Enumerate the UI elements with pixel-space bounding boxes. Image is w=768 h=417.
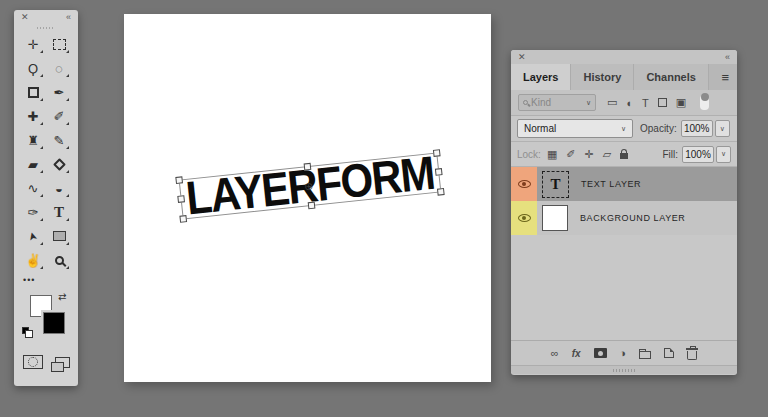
new-layer-icon[interactable] bbox=[664, 348, 674, 358]
panel-resize-gripper[interactable] bbox=[511, 365, 737, 374]
transform-handle-bottom-left[interactable] bbox=[179, 215, 187, 223]
smudge-tool[interactable]: ∿ bbox=[20, 176, 46, 200]
canvas[interactable]: LAYERFORM ⊕ bbox=[124, 14, 491, 382]
delete-layer-icon[interactable] bbox=[687, 351, 697, 360]
filter-shape-layers-icon[interactable] bbox=[658, 98, 667, 107]
adjustment-layer-icon[interactable]: ◑ bbox=[620, 347, 627, 359]
link-layers-icon[interactable]: ∞ bbox=[551, 347, 559, 359]
clone-stamp-icon: ♜ bbox=[27, 133, 39, 148]
paint-bucket-icon bbox=[53, 158, 66, 171]
layer-filter-row: Kind ∨ ▭ ◐ T ▣ bbox=[511, 90, 737, 116]
dodge-tool[interactable]: ◒ bbox=[46, 176, 72, 200]
crop-tool[interactable] bbox=[20, 80, 46, 104]
panel-tabs: Layers History Channels ≡ bbox=[511, 64, 737, 90]
quick-selection-tool[interactable]: ◌ bbox=[46, 56, 72, 80]
layers-panel: ✕ « Layers History Channels ≡ Kind ∨ ▭ ◐… bbox=[511, 50, 737, 375]
opacity-value-field[interactable]: 100% bbox=[681, 120, 713, 137]
marquee-icon bbox=[53, 39, 66, 50]
layer-thumbnail[interactable]: T bbox=[542, 171, 569, 198]
transform-handle-bottom-right[interactable] bbox=[437, 188, 445, 196]
transform-handle-top-left[interactable] bbox=[175, 176, 183, 184]
lock-row: Lock: ▦ ✐ ✛ ▱ Fill: 100% ∨ bbox=[511, 142, 737, 167]
screen-mode-button[interactable] bbox=[55, 357, 70, 368]
lasso-icon: Ϙ bbox=[28, 61, 38, 76]
brush-tool[interactable]: ✐ bbox=[46, 104, 72, 128]
tab-layers[interactable]: Layers bbox=[511, 64, 571, 90]
quick-selection-icon: ◌ bbox=[55, 61, 63, 76]
panel-drag-gripper[interactable] bbox=[37, 27, 55, 29]
visibility-toggle[interactable] bbox=[511, 167, 537, 201]
filter-smart-objects-icon[interactable]: ▣ bbox=[676, 96, 686, 109]
dodge-icon: ◒ bbox=[55, 181, 63, 196]
transform-bounding-box[interactable]: LAYERFORM ⊕ bbox=[179, 153, 442, 220]
close-icon[interactable]: ✕ bbox=[518, 52, 526, 62]
quick-mask-button[interactable] bbox=[23, 355, 43, 369]
fill-value-field[interactable]: 100% bbox=[682, 146, 714, 163]
clone-stamp-tool[interactable]: ♜ bbox=[20, 128, 46, 152]
layer-name[interactable]: TEXT LAYER bbox=[581, 179, 641, 189]
layer-name[interactable]: BACKGROUND LAYER bbox=[580, 213, 685, 223]
healing-brush-tool[interactable]: ✚ bbox=[20, 104, 46, 128]
transform-handle-top-center[interactable] bbox=[304, 163, 312, 171]
lasso-tool[interactable]: Ϙ bbox=[20, 56, 46, 80]
blend-mode-row: Normal ∨ Opacity: 100% ∨ bbox=[511, 116, 737, 142]
pen-tool[interactable]: ✑ bbox=[20, 200, 46, 224]
collapse-panel-icon[interactable]: « bbox=[725, 52, 730, 62]
search-icon bbox=[523, 100, 528, 105]
close-icon[interactable]: ✕ bbox=[21, 12, 29, 22]
transform-handle-mid-left[interactable] bbox=[177, 195, 185, 203]
more-tools-button[interactable]: ••• bbox=[23, 275, 78, 285]
filter-kind-select[interactable]: Kind ∨ bbox=[518, 94, 596, 111]
zoom-tool[interactable] bbox=[46, 248, 72, 272]
background-color-swatch[interactable] bbox=[43, 312, 65, 334]
history-brush-icon: ✎ bbox=[54, 133, 65, 148]
tab-label: Layers bbox=[523, 71, 558, 83]
swap-colors-icon[interactable]: ⇄ bbox=[58, 291, 66, 302]
transform-handle-mid-right[interactable] bbox=[435, 168, 443, 176]
filter-pixel-layers-icon[interactable]: ▭ bbox=[607, 96, 617, 109]
move-tool[interactable]: ✛ bbox=[20, 32, 46, 56]
crop-icon bbox=[28, 87, 39, 98]
lock-transparency-icon[interactable]: ▦ bbox=[547, 148, 557, 161]
tool-grid: ✛ Ϙ ◌ ✒ ✚ ✐ ♜ ✎ ▰ ∿ ◒ ✑ T ➤ ✌ bbox=[14, 32, 78, 272]
fill-dropdown-button[interactable]: ∨ bbox=[716, 146, 731, 163]
shape-tool[interactable] bbox=[46, 224, 72, 248]
tools-panel: ✕ « ✛ Ϙ ◌ ✒ ✚ ✐ ♜ ✎ ▰ ∿ ◒ ✑ T ➤ ✌ ••• ⇄ bbox=[14, 10, 78, 386]
history-brush-tool[interactable]: ✎ bbox=[46, 128, 72, 152]
layer-effects-icon[interactable]: fx bbox=[572, 348, 581, 359]
paint-bucket-tool[interactable] bbox=[46, 152, 72, 176]
opacity-dropdown-button[interactable]: ∨ bbox=[715, 120, 730, 137]
transform-handle-bottom-center[interactable] bbox=[308, 202, 316, 210]
new-group-icon[interactable] bbox=[639, 351, 651, 359]
pen-icon: ✑ bbox=[28, 205, 39, 220]
chevron-down-icon: ∨ bbox=[621, 125, 626, 133]
filter-adjustment-layers-icon[interactable]: ◐ bbox=[626, 97, 633, 109]
default-colors-icon[interactable] bbox=[22, 327, 29, 334]
blend-mode-select[interactable]: Normal ∨ bbox=[517, 119, 633, 138]
filter-toggle-switch[interactable] bbox=[700, 95, 709, 110]
rectangular-marquee-tool[interactable] bbox=[46, 32, 72, 56]
lock-position-icon[interactable]: ✛ bbox=[585, 148, 594, 161]
lock-all-icon[interactable] bbox=[620, 153, 628, 159]
type-tool[interactable]: T bbox=[46, 200, 72, 224]
layer-row-background-layer[interactable]: BACKGROUND LAYER bbox=[511, 201, 737, 235]
eraser-tool[interactable]: ▰ bbox=[20, 152, 46, 176]
tab-label: History bbox=[583, 71, 621, 83]
transform-handle-top-right[interactable] bbox=[433, 149, 441, 157]
eyedropper-tool[interactable]: ✒ bbox=[46, 80, 72, 104]
layer-thumbnail[interactable] bbox=[542, 205, 568, 231]
collapse-panel-icon[interactable]: « bbox=[66, 12, 71, 22]
lock-paint-icon[interactable]: ✐ bbox=[566, 148, 575, 161]
layers-panel-header: ✕ « bbox=[511, 50, 737, 64]
path-selection-tool[interactable]: ➤ bbox=[20, 224, 46, 248]
tab-history[interactable]: History bbox=[571, 64, 634, 90]
hand-tool[interactable]: ✌ bbox=[20, 248, 46, 272]
panel-menu-icon[interactable]: ≡ bbox=[721, 70, 729, 85]
opacity-label: Opacity: bbox=[640, 123, 677, 134]
layer-mask-icon[interactable] bbox=[594, 348, 607, 358]
visibility-toggle[interactable] bbox=[511, 201, 537, 235]
tab-channels[interactable]: Channels bbox=[634, 64, 709, 90]
layer-row-text-layer[interactable]: T TEXT LAYER bbox=[511, 167, 737, 201]
lock-artboard-icon[interactable]: ▱ bbox=[603, 148, 611, 161]
filter-type-layers-icon[interactable]: T bbox=[642, 97, 649, 109]
